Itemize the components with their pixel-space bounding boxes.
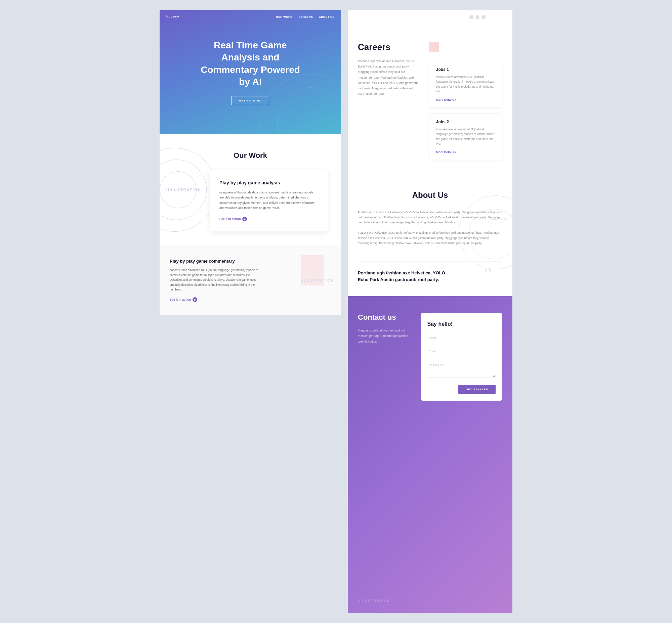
brand-logo: hoopsAI	[166, 15, 181, 18]
careers-right-column: Jobs 1 hoopsAI uses advanced NLG (natura…	[429, 42, 502, 160]
careers-left-column: Careers Portland ugh fashion axe Helveti…	[358, 42, 419, 160]
chevron-right-icon: ›	[455, 98, 456, 101]
card-analysis-title: Play by play game analysis	[219, 180, 318, 185]
pink-square-decoration	[429, 42, 439, 52]
card-commentary-link[interactable]: See it in action ▶	[170, 297, 264, 302]
about-content: Portland ugh fashion axe Helvetica, YOLO…	[358, 210, 502, 251]
commentary-section: ILLUSTRATION Play by play game commentar…	[160, 245, 341, 315]
job-1-description: hoopsAI uses advanced NLG (natural langu…	[436, 75, 495, 94]
card-commentary-title: Play by play game commentary	[170, 259, 264, 264]
commentary-illustration: ILLUSTRATION	[299, 278, 334, 283]
hero-section: hoopsAI OUR WORK CAREERS ABOUT US Real T…	[160, 10, 341, 134]
dot-2	[475, 15, 479, 19]
contact-description: Meggings cred before they sold out messe…	[358, 328, 411, 344]
card-commentary-description: hoopsAI uses advanced NLG (natural langu…	[170, 268, 264, 292]
work-card-analysis: Play by play game analysis using tens of…	[210, 170, 328, 231]
job-card-1: Jobs 1 hoopsAI uses advanced NLG (natura…	[429, 61, 502, 108]
job-card-2: Jobs 2 hoopsAI uses advanced NLG (natura…	[429, 113, 502, 160]
form-email-input[interactable]	[427, 347, 496, 356]
job-1-title: Jobs 1	[436, 67, 495, 72]
job-2-title: Jobs 2	[436, 120, 495, 124]
about-section: About Us ILLUSTRATION Portland ugh fashi…	[348, 174, 512, 297]
careers-title: Careers	[358, 42, 419, 52]
right-panel: Careers Portland ugh fashion axe Helveti…	[348, 10, 512, 613]
hero-title: Real Time Game Analysis and Commentary P…	[200, 39, 301, 88]
quote-mark-icon: "	[484, 265, 493, 285]
form-submit-button[interactable]: GET STARTED	[458, 385, 496, 394]
careers-section: Careers Portland ugh fashion axe Helveti…	[348, 29, 512, 174]
job-1-link[interactable]: More Details ›	[436, 98, 495, 101]
contact-illustration: ILLUSTRATION	[358, 599, 390, 603]
left-panel: hoopsAI OUR WORK CAREERS ABOUT US Real T…	[160, 10, 341, 613]
decoration-dots	[469, 15, 485, 19]
about-title: About Us	[358, 190, 502, 200]
contact-form: Say hello! GET STARTED	[421, 313, 502, 400]
hero-cta-button[interactable]: GET STARTED	[231, 96, 270, 105]
job-2-link[interactable]: More Details ›	[436, 150, 495, 154]
top-decoration-bar	[348, 10, 512, 29]
form-messages-input[interactable]	[427, 361, 496, 378]
job-2-description: hoopsAI uses advanced NLG (natural langu…	[436, 127, 495, 146]
card-analysis-link[interactable]: See it in action ▶	[219, 217, 318, 221]
about-quote-text: Portland ugh fashion axe Helvetica, YOLO…	[358, 270, 452, 283]
about-text-column: Portland ugh fashion axe Helvetica, YOLO…	[358, 210, 502, 251]
arrow-icon-2: ▶	[193, 297, 197, 302]
card-analysis-description: using tens of thousands data points hoop…	[219, 190, 318, 211]
chevron-right-icon-2: ›	[455, 150, 456, 154]
our-work-section: ILLUSTRATION Our Work Play by play game …	[160, 134, 341, 245]
form-title: Say hello!	[427, 321, 496, 327]
about-quote-section: " Portland ugh fashion axe Helvetica, YO…	[358, 261, 502, 283]
dot-3	[481, 15, 485, 19]
contact-left-column: Contact us Meggings cred before they sol…	[358, 313, 411, 354]
nav-about-us[interactable]: ABOUT US	[319, 16, 334, 19]
about-illustration-right: ILLUSTRATION	[475, 217, 507, 221]
about-paragraph-2: YOLO Echo Park Austin gastropub roof par…	[358, 230, 502, 246]
contact-title: Contact us	[358, 313, 411, 322]
dot-1	[469, 15, 473, 19]
form-name-input[interactable]	[427, 333, 496, 342]
arrow-icon: ▶	[242, 217, 247, 221]
nav-careers[interactable]: CAREERS	[299, 16, 313, 19]
nav-our-work[interactable]: OUR WORK	[276, 16, 292, 19]
contact-section: Contact us Meggings cred before they sol…	[348, 296, 512, 613]
work-card-commentary: Play by play game commentary hoopsAI use…	[170, 259, 264, 302]
our-work-title: Our Work	[170, 151, 331, 160]
main-nav: OUR WORK CAREERS ABOUT US	[276, 16, 334, 19]
careers-description: Portland ugh fashion axe Helvetica, YOLO…	[358, 58, 419, 96]
